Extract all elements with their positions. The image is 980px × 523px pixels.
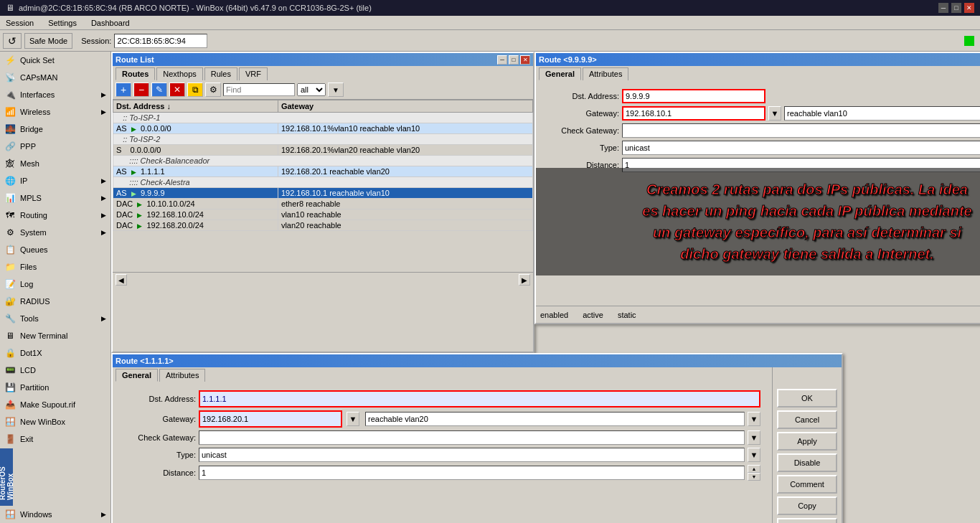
- remove-button-1111[interactable]: Remove: [777, 518, 837, 523]
- sidebar-item-exit[interactable]: 🚪 Exit: [0, 430, 110, 448]
- route-list-close[interactable]: ✕: [520, 55, 530, 65]
- filter-button[interactable]: ⚙: [205, 83, 221, 97]
- dst-address-input-999[interactable]: [622, 89, 765, 103]
- sidebar-item-windows[interactable]: 🪟 Windows ▶: [0, 506, 110, 523]
- sidebar-item-new-winbox[interactable]: 🪟 New WinBox: [0, 413, 110, 430]
- type-input-1111[interactable]: [199, 448, 745, 462]
- sidebar-item-interfaces[interactable]: 🔌 Interfaces ▶: [0, 86, 110, 103]
- col-gateway[interactable]: Gateway: [278, 100, 532, 113]
- menu-settings[interactable]: Settings: [45, 17, 80, 29]
- sidebar-item-label: New Terminal: [20, 331, 67, 340]
- table-row[interactable]: DAC ▶ 192.168.20.0/24 vlan20 reachable: [113, 220, 533, 231]
- tab-attributes-1111[interactable]: Attributes: [159, 369, 205, 382]
- table-row-selected[interactable]: AS ▶ 9.9.9.9 192.168.10.1 reachable vlan…: [113, 188, 533, 199]
- sidebar-item-system[interactable]: ⚙ System ▶: [0, 224, 110, 241]
- nav-right-button[interactable]: ▶: [519, 274, 530, 286]
- route-list-minimize[interactable]: ─: [497, 55, 507, 65]
- tab-vrf[interactable]: VRF: [239, 67, 268, 80]
- comment-button-1111[interactable]: Comment: [777, 475, 837, 494]
- find-scope-select[interactable]: all: [297, 83, 326, 96]
- ok-button-1111[interactable]: OK: [777, 389, 837, 407]
- menu-dashboard[interactable]: Dashboard: [88, 17, 133, 29]
- sidebar-item-mesh[interactable]: 🕸 Mesh: [0, 155, 110, 172]
- gateway-dropdown-999[interactable]: ▼: [768, 106, 781, 121]
- dst-address-row-999: Dst. Address:: [547, 89, 980, 103]
- distance-up-1111[interactable]: ▲: [748, 465, 760, 473]
- chevron-right-icon: ▶: [101, 315, 106, 322]
- sidebar-item-wireless[interactable]: 📶 Wireless ▶: [0, 103, 110, 121]
- refresh-button[interactable]: ↺: [3, 33, 22, 49]
- sidebar-item-mpls[interactable]: 📊 MPLS ▶: [0, 189, 110, 207]
- check-gateway-input-1111[interactable]: [199, 430, 745, 445]
- table-row[interactable]: AS ▶ 1.1.1.1 192.168.20.1 reachable vlan…: [113, 166, 533, 177]
- sidebar-item-label: Windows: [20, 510, 52, 519]
- gateway-dropdown-1111[interactable]: ▼: [347, 412, 359, 426]
- safe-mode-button[interactable]: Safe Mode: [24, 33, 72, 49]
- distance-down-1111[interactable]: ▼: [748, 473, 760, 481]
- find-input[interactable]: [223, 83, 295, 96]
- add-button[interactable]: +: [116, 83, 131, 97]
- sidebar-item-partition[interactable]: 💾 Partition: [0, 379, 110, 396]
- sidebar-item-bridge[interactable]: 🌉 Bridge: [0, 121, 110, 138]
- gateway-input-999[interactable]: [622, 106, 765, 121]
- remove-button[interactable]: −: [133, 83, 149, 97]
- sidebar-item-files[interactable]: 📁 Files: [0, 258, 110, 275]
- sidebar-item-log[interactable]: 📝 Log: [0, 275, 110, 293]
- delete-button[interactable]: ✕: [169, 83, 185, 97]
- menu-session[interactable]: Session: [3, 17, 37, 29]
- tab-routes[interactable]: Routes: [116, 67, 155, 80]
- tab-general-1111[interactable]: General: [116, 369, 158, 382]
- route-list-toolbar: + − ✎ ✕ ⧉ ⚙ all ▼: [113, 80, 533, 100]
- sidebar-item-ppp[interactable]: 🔗 PPP: [0, 138, 110, 155]
- sidebar-item-dot1x[interactable]: 🔒 Dot1X: [0, 344, 110, 362]
- table-row[interactable]: AS ▶ 0.0.0.0/0 192.168.10.1%vlan10 reach…: [113, 123, 533, 134]
- check-gateway-input-999[interactable]: [622, 123, 980, 138]
- table-row[interactable]: DAC ▶ 192.168.10.0/24 vlan10 reachable: [113, 209, 533, 220]
- table-row[interactable]: DAC ▶ 10.10.10.0/24 ether8 reachable: [113, 199, 533, 209]
- sidebar-item-quick-set[interactable]: ⚡ Quick Set: [0, 52, 110, 69]
- copy-button-1111[interactable]: Copy: [777, 496, 837, 515]
- minimize-button[interactable]: ─: [938, 3, 948, 13]
- sidebar-item-ip[interactable]: 🌐 IP ▶: [0, 172, 110, 189]
- sidebar-item-lcd[interactable]: 📟 LCD: [0, 362, 110, 379]
- group-check-balanceador: :::: Check-Balanceador: [113, 156, 533, 166]
- sidebar-item-capsman[interactable]: 📡 CAPsMAN: [0, 69, 110, 86]
- tab-nexthops[interactable]: Nexthops: [156, 67, 202, 80]
- gateway-extra-1111[interactable]: [365, 412, 745, 426]
- type-dropdown-1111[interactable]: ▼: [748, 448, 760, 462]
- gateway-extra-999[interactable]: [784, 106, 980, 121]
- title-bar-left: 🖥 admin@2C:C8:1B:65:8C:94 (RB ARCO NORTE…: [6, 3, 372, 13]
- sidebar-item-make-supout[interactable]: 📤 Make Supout.rif: [0, 396, 110, 413]
- row-prefix: S 0.0.0.0/0: [113, 145, 278, 156]
- quick-set-icon: ⚡: [4, 55, 16, 66]
- gateway-input-1111[interactable]: [200, 412, 341, 426]
- dst-address-input-1111[interactable]: [200, 392, 759, 406]
- sidebar-item-routing[interactable]: 🗺 Routing ▶: [0, 207, 110, 224]
- copy-button[interactable]: ⧉: [187, 83, 203, 97]
- sidebar-item-tools[interactable]: 🔧 Tools ▶: [0, 310, 110, 327]
- close-button[interactable]: ✕: [964, 3, 974, 13]
- tab-rules[interactable]: Rules: [204, 67, 237, 80]
- sidebar-item-new-terminal[interactable]: 🖥 New Terminal: [0, 327, 110, 344]
- type-input-999[interactable]: [622, 141, 980, 155]
- nav-left-button[interactable]: ◀: [116, 274, 127, 286]
- row-gateway: vlan10 reachable: [278, 209, 532, 220]
- tab-general-999[interactable]: General: [539, 67, 581, 80]
- route-list-maximize[interactable]: □: [509, 55, 519, 65]
- col-dst-address[interactable]: Dst. Address ↓: [113, 100, 278, 113]
- disable-button-1111[interactable]: Disable: [777, 453, 837, 472]
- check-gateway-dropdown-1111[interactable]: ▼: [748, 430, 760, 445]
- cancel-button-1111[interactable]: Cancel: [777, 410, 837, 429]
- tab-attributes-999[interactable]: Attributes: [583, 67, 628, 80]
- sidebar-item-queues[interactable]: 📋 Queues: [0, 241, 110, 258]
- sidebar-item-radius[interactable]: 🔐 RADIUS: [0, 293, 110, 310]
- scroll-down-btn[interactable]: ▼: [328, 83, 344, 97]
- distance-input-1111[interactable]: [199, 466, 745, 480]
- apply-button-1111[interactable]: Apply: [777, 432, 837, 451]
- edit-button[interactable]: ✎: [151, 83, 167, 97]
- session-input[interactable]: [114, 34, 207, 48]
- table-row[interactable]: S 0.0.0.0/0 192.168.20.1%vlan20 reachabl…: [113, 145, 533, 156]
- maximize-button[interactable]: □: [951, 3, 961, 13]
- gateway-extra-dropdown-1111[interactable]: ▼: [748, 412, 760, 426]
- sidebar-item-label: Routing: [20, 211, 47, 220]
